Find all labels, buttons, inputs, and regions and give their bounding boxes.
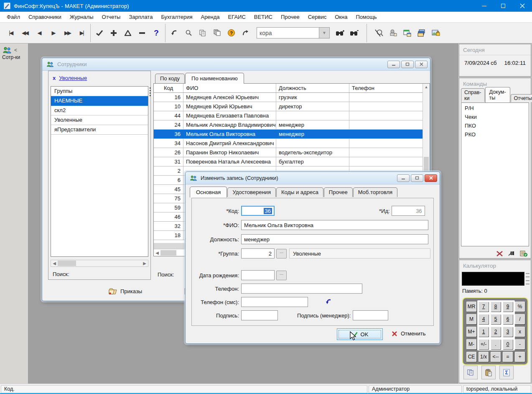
last-record-button[interactable]: ▶| [74,26,89,41]
calculator-key[interactable]: % [515,302,525,312]
search-input[interactable] [257,27,319,38]
calculator-key[interactable]: 8 [491,302,501,312]
apply-notebook-icon[interactable] [520,250,527,257]
windows-stack-button[interactable] [415,26,429,41]
close-button[interactable] [513,0,532,12]
commands-tab[interactable]: Докум-ты [485,87,510,102]
employees-window-titlebar[interactable]: Сотрудники [42,58,430,71]
calculator-key[interactable]: 9 [503,302,513,312]
fio-field[interactable] [241,220,428,230]
group-list-item[interactable]: Группы [51,87,148,96]
calculator-key[interactable]: M [466,314,476,324]
zoom-off-button[interactable] [372,26,386,41]
panel-splitter[interactable] [148,86,152,107]
previous-record-button[interactable]: ◀ [32,26,46,41]
sidebar-item-employees[interactable]: Сотр-ки [0,54,28,60]
delete-x-icon[interactable] [496,251,503,257]
fast-forward-button[interactable]: ▶▶ [60,26,74,41]
calculator-key[interactable]: M+ [466,327,476,337]
calculator-display-spinner[interactable] [525,272,530,286]
menu-item[interactable]: Сервис [304,12,331,22]
rewind-button[interactable]: ◀◀ [18,26,32,41]
table-row[interactable]: 44 Медянцева Елизавета Павловна [154,111,423,120]
dialog-tab[interactable]: Моб.торговля [353,187,397,197]
child-minimize-button[interactable] [387,61,400,68]
scroll-left-arrow[interactable]: ◀ [154,251,160,255]
calculator-key[interactable]: 1/x [479,352,489,362]
dialog-minimize-button[interactable] [397,174,410,182]
search-dropdown-button[interactable]: ▼ [319,27,330,38]
menu-item[interactable]: Прочее [277,12,304,22]
calculator-key[interactable]: <-- [491,352,501,362]
menu-item[interactable]: Зарплата [125,12,157,22]
child-close-button[interactable] [415,61,428,68]
code-field[interactable]: 36 [241,206,275,216]
table-row[interactable]: 31 Поверенова Наталья Алексеевна бухгалт… [154,157,423,166]
position-field[interactable] [241,234,428,244]
group-list-item[interactable]: скл2 [51,106,148,115]
table-row[interactable]: 26 Паранин Виктор Николаевич водитель-эк… [154,148,423,157]
delete-record-button[interactable] [135,26,149,41]
menu-item[interactable]: ЕГАИС [224,12,250,22]
group-list-item[interactable]: яПредставители [51,125,148,135]
calc-copy-button[interactable] [463,366,478,379]
child-restore-button[interactable] [401,61,414,68]
birthdate-field[interactable] [241,270,275,280]
stamp-button[interactable] [386,26,400,41]
copy-multiple-button[interactable] [210,26,224,41]
menu-item[interactable]: Аренда [196,12,224,22]
clear-filter-button[interactable]: x [53,75,56,81]
command-item[interactable]: Р/Н [461,104,529,113]
calculator-key[interactable]: - [515,339,525,349]
calculator-key[interactable]: + [515,352,525,362]
calculator-key[interactable]: / [515,314,525,324]
dialog-tab[interactable]: Удостоверения [227,187,276,197]
search-record-button[interactable] [181,26,196,41]
menu-item[interactable]: Журналы [66,12,98,22]
calculator-key[interactable]: . [491,339,501,349]
menu-item[interactable]: Справочники [24,12,66,22]
find-remove-button[interactable] [347,26,361,41]
dialog-titlebar[interactable]: Изменить запись (Сотрудники) [186,172,440,184]
copy-record-button[interactable] [196,26,210,41]
commands-tab[interactable]: Справ-ки [461,88,485,102]
orders-button[interactable]: Приказы [105,286,145,297]
menu-item[interactable]: Помощь [351,12,381,22]
phone-field[interactable] [241,284,362,294]
phone-sms-field[interactable] [241,297,308,307]
command-item[interactable]: Чеки [461,113,529,121]
calculator-key[interactable]: M- [466,339,476,349]
edit-record-button[interactable] [121,26,135,41]
sort-tab[interactable]: По наименованию [185,73,244,84]
scrollbar-thumb[interactable] [58,261,76,266]
dialog-close-button[interactable] [425,174,437,182]
dialog-tab[interactable]: Коды и адреса [276,187,323,197]
scrollbar-thumb[interactable] [160,250,176,256]
command-item[interactable]: РКО [461,130,529,139]
calculator-key[interactable]: 7 [479,302,489,312]
scroll-left-arrow[interactable]: ◀ [51,261,58,266]
group-picker-button[interactable]: ... [276,249,287,258]
menu-item[interactable]: Файл [3,12,24,22]
pin-icon[interactable] [508,251,515,256]
dialog-tab[interactable]: Прочее [324,187,353,197]
sign-mgr-field[interactable] [353,310,388,320]
scroll-up-arrow[interactable]: ▲ [423,84,430,90]
group-filter-link[interactable]: Уволенные [59,75,87,81]
sign-field[interactable] [241,310,278,320]
groups-hscrollbar[interactable]: ◀ ▶ [51,260,148,267]
help-badge-button[interactable]: ? [224,26,238,41]
table-row[interactable]: 10 Медянцев Юрий Юрьевич директор [154,102,423,111]
group-list-item[interactable]: Уволенные [51,115,148,125]
redo-button[interactable] [238,26,252,41]
column-header-phone[interactable]: Телефон [349,84,423,92]
calculator-key[interactable]: 5 [491,314,501,324]
calc-sum-button[interactable]: Σ [499,366,514,379]
next-record-button[interactable]: ▶ [46,26,60,41]
calc-paste-button[interactable] [481,366,496,379]
undo-button[interactable] [167,26,181,41]
dialog-restore-button[interactable] [411,174,423,182]
table-row[interactable]: 36 Мельник Ольга Викторовна менеджер [154,130,423,139]
first-record-button[interactable]: |◀ [3,26,18,41]
table-row[interactable]: 16 Медянцев Алексей Юрьевич грузчик [154,93,423,102]
